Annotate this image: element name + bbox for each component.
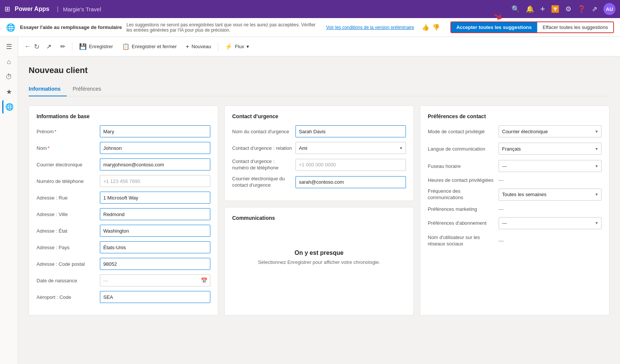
input-phone[interactable] bbox=[100, 175, 210, 187]
pref-value-heures: --- bbox=[499, 177, 504, 183]
form-row-nom: Nom* bbox=[37, 142, 210, 154]
input-email[interactable] bbox=[100, 158, 210, 171]
pref-row-langue: Langue de communication Français English… bbox=[428, 143, 602, 155]
tab-preferences[interactable]: Préférences bbox=[73, 83, 107, 96]
accept-suggestions-button[interactable]: Accepter toutes les suggestions bbox=[451, 22, 537, 32]
flux-button[interactable]: ⚡ Flux ▾ bbox=[221, 41, 253, 52]
pref-label-mode-contact: Mode de contact privilégié bbox=[428, 129, 496, 134]
select-fuseau[interactable]: --- bbox=[499, 160, 602, 172]
ai-banner-desc: Les suggestions ne seront pas enregistré… bbox=[126, 22, 321, 33]
input-emergency-email[interactable] bbox=[295, 176, 406, 188]
sidebar-icon-recent[interactable]: ⏱ bbox=[2, 70, 16, 84]
section-prefs-title: Préférences de contact bbox=[428, 113, 602, 119]
pref-row-frequence: Fréquence des communications Toutes les … bbox=[428, 188, 602, 201]
select-mode-contact[interactable]: Courrier électronique Téléphone bbox=[499, 125, 602, 137]
sidebar-icon-favorites[interactable]: ★ bbox=[2, 85, 16, 99]
input-etat[interactable] bbox=[100, 225, 210, 237]
settings-icon[interactable]: ⚙ bbox=[565, 5, 571, 13]
back-button[interactable]: ← bbox=[24, 43, 31, 50]
section-basic-title: Informations de base bbox=[37, 113, 210, 119]
bell-icon[interactable]: 🔔 bbox=[526, 5, 534, 13]
save-close-icon: 📋 bbox=[122, 43, 130, 50]
form-row-postal: Adresse : Code postal bbox=[37, 258, 210, 270]
new-button[interactable]: + Nouveau bbox=[182, 41, 215, 52]
form-row-emergency-email: Courrier électronique du contact d'urgen… bbox=[232, 176, 406, 189]
label-nom: Nom* bbox=[37, 145, 97, 151]
label-etat: Adresse : État bbox=[37, 228, 97, 234]
filter-icon[interactable]: 🔽 bbox=[551, 5, 559, 13]
thumb-down-icon[interactable]: 👎 bbox=[432, 24, 440, 31]
share-icon[interactable]: ⇗ bbox=[592, 5, 597, 13]
input-emergency-phone[interactable] bbox=[295, 159, 406, 171]
select-abonnement[interactable]: --- bbox=[499, 217, 602, 229]
label-email: Courrier électronique bbox=[37, 162, 97, 168]
sidebar-icon-menu[interactable]: ☰ bbox=[2, 40, 16, 53]
select-frequence[interactable]: Toutes les semaines Mensuelle bbox=[499, 189, 602, 201]
input-prenom[interactable] bbox=[100, 125, 210, 137]
main-layout: ☰ ⌂ ⏱ ★ 🌐 ← ↻ ↗ ✏ 💾 Enregistrer 📋 Enregi… bbox=[0, 37, 620, 364]
input-postal[interactable] bbox=[100, 258, 210, 270]
plus-icon[interactable]: + bbox=[540, 4, 545, 14]
save-button[interactable]: 💾 Enregistrer bbox=[75, 41, 117, 52]
label-pays: Adresse : Pays bbox=[37, 245, 97, 250]
form-row-dob: Date de naissance 📅 bbox=[37, 274, 210, 286]
save-label: Enregistrer bbox=[89, 44, 113, 49]
input-rue[interactable] bbox=[100, 192, 210, 204]
pref-label-fuseau: Fuseau horaire bbox=[428, 163, 496, 169]
sidebar-icon-home[interactable]: ⌂ bbox=[2, 55, 16, 69]
pref-row-abonnement: Préférences d'abonnement --- ▼ bbox=[428, 217, 602, 229]
calendar-icon[interactable]: 📅 bbox=[201, 277, 207, 283]
input-dob[interactable] bbox=[100, 274, 210, 286]
ai-banner-link[interactable]: Voir les conditions de la version prélim… bbox=[326, 25, 414, 30]
refresh-button[interactable]: ↻ bbox=[34, 43, 40, 51]
toolbar: ← ↻ ↗ ✏ 💾 Enregistrer 📋 Enregistrer et f… bbox=[18, 37, 620, 56]
flux-chevron: ▾ bbox=[246, 44, 249, 49]
select-frequence-wrapper: Toutes les semaines Mensuelle ▼ bbox=[499, 189, 602, 201]
communications-empty-state: On y est presque Sélectionnez Enregistre… bbox=[232, 227, 406, 288]
select-langue[interactable]: Français English Español bbox=[499, 143, 602, 155]
pref-row-marketing: Préférences marketing --- bbox=[428, 206, 602, 212]
app-name: Power Apps bbox=[15, 6, 49, 12]
left-sidebar: ☰ ⌂ ⏱ ★ 🌐 bbox=[0, 37, 18, 364]
form-row-ville: Adresse : Ville bbox=[37, 208, 210, 220]
label-emergency-email: Courrier électronique du contact d'urgen… bbox=[232, 176, 292, 189]
sidebar-icon-globe[interactable]: 🌐 bbox=[2, 100, 16, 114]
help-icon[interactable]: ❓ bbox=[577, 5, 586, 13]
form-area: Nouveau client Informations Préférences … bbox=[18, 56, 620, 364]
pref-label-heures: Heures de contact privilégiées bbox=[428, 177, 496, 183]
form-row-emergency-name: Nom du contact d'urgence bbox=[232, 125, 406, 137]
label-emergency-phone: Contact d'urgence : numéro de téléphone bbox=[232, 158, 292, 171]
save-close-button[interactable]: 📋 Enregistrer et fermer bbox=[118, 41, 181, 52]
required-star: * bbox=[55, 129, 57, 134]
input-nom[interactable] bbox=[100, 142, 210, 154]
label-postal: Adresse : Code postal bbox=[37, 261, 97, 267]
tab-informations[interactable]: Informations bbox=[29, 83, 67, 96]
comms-empty-subtitle: Sélectionnez Enregistrer pour afficher v… bbox=[258, 259, 380, 265]
ai-banner-thumbs: 👍 👎 bbox=[422, 24, 440, 31]
open-in-new-button[interactable]: ↗ bbox=[43, 41, 55, 52]
form-grid: Informations de base Prénom* Nom* Courri… bbox=[29, 105, 609, 315]
select-fuseau-wrapper: --- ▼ bbox=[499, 160, 602, 172]
input-ville[interactable] bbox=[100, 208, 210, 220]
select-relation[interactable]: Ami Famille Collègue bbox=[295, 142, 406, 154]
input-pays[interactable] bbox=[100, 241, 210, 253]
search-icon[interactable]: 🔍 bbox=[511, 5, 520, 13]
pref-row-fuseau: Fuseau horaire --- ▼ bbox=[428, 160, 602, 172]
form-row-phone: Numéro de téléphone bbox=[37, 175, 210, 187]
thumb-up-icon[interactable]: 👍 bbox=[422, 24, 429, 31]
input-emergency-name[interactable] bbox=[295, 125, 406, 137]
select-abonnement-wrapper: --- ▼ bbox=[499, 217, 602, 229]
pref-label-social: Nom d'utilisateur sur les réseaux sociau… bbox=[428, 235, 496, 247]
clear-suggestions-button[interactable]: Effacer toutes les suggestions bbox=[537, 22, 613, 32]
form-title: Nouveau client bbox=[29, 65, 609, 75]
pref-label-marketing: Préférences marketing bbox=[428, 206, 496, 212]
form-tabs: Informations Préférences bbox=[29, 83, 609, 96]
label-airport: Aéroport : Code bbox=[37, 294, 97, 300]
form-row-etat: Adresse : État bbox=[37, 225, 210, 237]
input-airport[interactable] bbox=[100, 291, 210, 303]
label-rue: Adresse : Rue bbox=[37, 195, 97, 201]
grid-icon[interactable]: ⊞ bbox=[5, 5, 10, 13]
avatar[interactable]: AU bbox=[603, 3, 615, 15]
edit-form-button[interactable]: ✏ bbox=[57, 41, 69, 52]
form-row-relation: Contact d'urgence : relation Ami Famille… bbox=[232, 142, 406, 154]
